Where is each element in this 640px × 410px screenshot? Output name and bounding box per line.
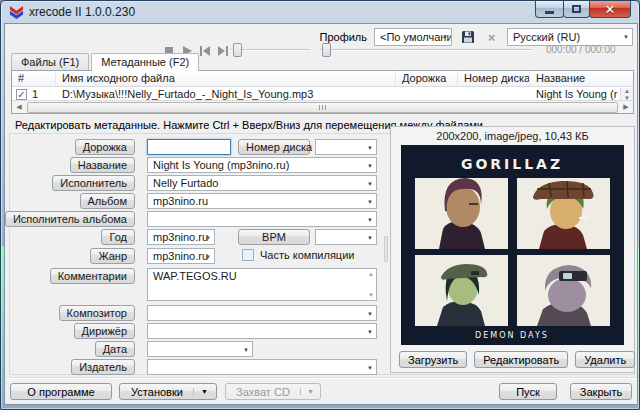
chevron-down-icon: ▼ <box>205 235 211 241</box>
column-header-track[interactable]: Дорожка <box>396 71 458 86</box>
footer-bar: О программе Установки ▼ Захват CD ▼ Пуск… <box>10 382 632 401</box>
album-art-subtitle-text: DEMON DAYS <box>475 331 549 340</box>
column-header-title[interactable]: Название <box>530 71 633 86</box>
bpm-select[interactable]: ▼ <box>315 229 377 245</box>
date-select[interactable]: ▼ <box>147 341 253 357</box>
genre-value: mp3nino.ru <box>153 250 208 262</box>
chevron-down-icon: ▼ <box>367 163 373 169</box>
compilation-checkbox[interactable] <box>242 249 254 261</box>
start-button[interactable]: Пуск <box>499 383 557 400</box>
title-select[interactable]: Night Is Young (mp3nino.ru)▼ <box>147 157 377 173</box>
maximize-button[interactable] <box>563 1 590 18</box>
maximize-icon <box>572 5 581 13</box>
table-horizontal-scrollbar[interactable]: ◀ ▶ <box>12 100 633 113</box>
comments-label-button[interactable]: Комментарии <box>50 268 135 284</box>
date-label-button[interactable]: Дата <box>95 341 135 357</box>
conductor-select[interactable]: ▼ <box>147 323 377 339</box>
volume-slider-handle[interactable] <box>233 43 242 57</box>
next-track-button[interactable] <box>217 46 229 57</box>
floppy-icon <box>461 30 475 44</box>
tab-files-label: Файлы (F1) <box>21 56 79 68</box>
panel-splitter[interactable] <box>384 236 388 262</box>
year-label-button[interactable]: Год <box>101 229 135 245</box>
time-display: 000:00 / 000:00 <box>546 44 616 55</box>
genre-label-button[interactable]: Жанр <box>90 248 135 264</box>
artwork-load-button[interactable]: Загрузить <box>399 351 467 368</box>
artwork-edit-button[interactable]: Редактировать <box>474 351 568 368</box>
composer-select[interactable]: ▼ <box>147 305 377 321</box>
publisher-select[interactable]: ▼ <box>147 359 377 375</box>
tab-metadata-label: Метаданные (F2) <box>101 56 189 68</box>
publisher-label-button[interactable]: Издатель <box>71 359 135 375</box>
comments-value: WAP.TEGOS.RU <box>153 270 237 282</box>
file-table: # Имя исходного файла Дорожка Номер диск… <box>11 70 634 114</box>
chevron-down-icon: ▼ <box>367 181 373 187</box>
chevron-down-icon: ▼ <box>367 365 373 371</box>
language-value: Русский (RU) <box>513 31 580 43</box>
artwork-delete-button[interactable]: Удалить <box>575 351 635 368</box>
app-logo-icon <box>9 5 24 20</box>
app-window: xrecode II 1.0.0.230 ✕ Профиль <По умолч… <box>0 0 640 410</box>
tab-metadata[interactable]: Метаданные (F2) <box>91 53 199 71</box>
compilation-checkbox-row[interactable]: Часть компиляции <box>242 249 354 261</box>
seek-slider[interactable] <box>320 43 532 57</box>
tab-files[interactable]: Файлы (F1) <box>11 53 89 70</box>
album-label-button[interactable]: Альбом <box>80 193 135 209</box>
comments-textarea[interactable]: WAP.TEGOS.RU ▲ ▼ <box>147 268 377 301</box>
album-select[interactable]: mp3nino.ru▼ <box>147 193 377 209</box>
artwork-panel: 200x200, image/jpeg, 10,43 КБ GORILLAZ <box>390 126 635 373</box>
volume-slider-track <box>230 49 310 51</box>
minimize-button[interactable] <box>535 1 564 18</box>
window-title: xrecode II 1.0.0.230 <box>29 5 135 19</box>
client-area: Профиль <По умолчанию> ▼ × Русский (RU) … <box>4 23 638 405</box>
scroll-up-icon[interactable]: ▲ <box>620 88 633 95</box>
title-label-button[interactable]: Название <box>70 157 135 173</box>
track-label-button[interactable]: Дорожка <box>75 139 135 155</box>
artwork-buttons: Загрузить Редактировать Удалить <box>399 351 626 368</box>
chevron-down-icon: ▼ <box>623 34 629 40</box>
volume-slider[interactable] <box>230 43 310 57</box>
column-header-disc[interactable]: Номер диска <box>458 71 530 86</box>
artist-label-button[interactable]: Исполнитель <box>52 175 135 191</box>
disc-number-select[interactable]: ▼ <box>315 139 377 155</box>
album-artist-label-button[interactable]: Исполнитель альбома <box>5 211 135 227</box>
settings-label: Установки <box>121 386 193 398</box>
year-value: mp3nino.ru <box>153 231 208 243</box>
settings-button[interactable]: Установки ▼ <box>119 383 217 400</box>
scrollbar-thumb[interactable] <box>27 102 618 113</box>
scroll-down-icon[interactable]: ▼ <box>368 292 374 298</box>
album-artist-select[interactable]: ▼ <box>147 211 377 227</box>
tab-strip: Файлы (F1) Метаданные (F2) <box>11 53 201 71</box>
track-input[interactable] <box>147 139 231 155</box>
chevron-down-icon[interactable]: ▼ <box>193 388 215 395</box>
chevron-down-icon: ▼ <box>442 34 448 40</box>
album-art-title-text: GORILLAZ <box>461 156 563 172</box>
table-row[interactable]: ✓ 1 D:\Музыка\!!!Nelly_Furtado_-_Night_I… <box>12 87 633 101</box>
column-header-source-file[interactable]: Имя исходного файла <box>56 71 396 86</box>
chevron-down-icon: ▼ <box>243 347 249 353</box>
artwork-info: 200x200, image/jpeg, 10,43 КБ <box>391 130 634 142</box>
scroll-left-icon[interactable]: ◀ <box>12 103 26 111</box>
about-button[interactable]: О программе <box>10 383 112 400</box>
close-icon: ✕ <box>605 3 616 16</box>
scroll-up-icon[interactable]: ▲ <box>368 271 374 277</box>
conductor-label-button[interactable]: Дирижёр <box>74 323 135 339</box>
close-window-button[interactable]: Закрыть <box>570 383 632 400</box>
cd-rip-button: Захват CD ▼ <box>225 383 321 400</box>
artist-select[interactable]: Nelly Furtado▼ <box>147 175 377 191</box>
column-header-num[interactable]: # <box>12 71 56 86</box>
profile-label: Профиль <box>320 31 368 43</box>
bpm-label-button[interactable]: BPM <box>238 229 310 245</box>
title-bar[interactable]: xrecode II 1.0.0.230 ✕ <box>1 1 639 23</box>
disc-number-label-button[interactable]: Номер диска <box>238 139 310 155</box>
seek-slider-track <box>320 49 532 51</box>
scroll-right-icon[interactable]: ▶ <box>619 103 633 111</box>
chevron-down-icon: ▼ <box>367 311 373 317</box>
close-button[interactable]: ✕ <box>589 1 631 18</box>
genre-select[interactable]: mp3nino.ru▼ <box>147 248 215 264</box>
year-select[interactable]: mp3nino.ru▼ <box>147 229 215 245</box>
chevron-down-icon: ▼ <box>367 329 373 335</box>
row-checkbox[interactable]: ✓ <box>16 89 27 100</box>
composer-label-button[interactable]: Композитор <box>59 305 135 321</box>
seek-slider-handle[interactable] <box>322 43 331 57</box>
